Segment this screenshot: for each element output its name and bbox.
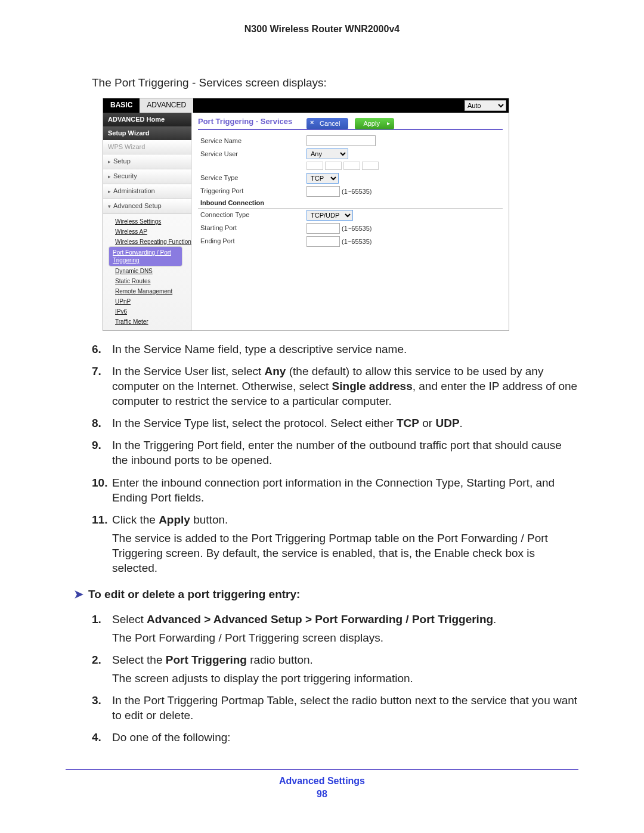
sidebar-wps-wizard[interactable]: WPS Wizard: [103, 140, 191, 154]
sub-wireless-repeating[interactable]: Wireless Repeating Function: [115, 237, 191, 247]
steps-second: 1. Select Advanced > Advanced Setup > Po…: [66, 612, 578, 745]
step2-1-followup: The Port Forwarding / Port Triggering sc…: [92, 630, 578, 645]
sub-upnp[interactable]: UPnP: [115, 296, 191, 306]
step2-4: 4.Do one of the following:: [92, 730, 578, 745]
topbar: BASIC ADVANCED Auto: [103, 98, 509, 113]
select-service-user[interactable]: Any: [306, 148, 348, 159]
task-heading-edit-delete: ➤To edit or delete a port triggering ent…: [74, 587, 578, 601]
label-service-type: Service Type: [198, 172, 304, 185]
sidebar: ADVANCED Home Setup Wizard WPS Wizard Se…: [103, 113, 192, 330]
step-8: 8. In the Service Type list, select the …: [92, 416, 578, 431]
intro-text: The Port Triggering - Services screen di…: [92, 76, 578, 89]
label-connection-type: Connection Type: [198, 208, 304, 222]
apply-button[interactable]: Apply: [355, 118, 394, 129]
input-triggering-port[interactable]: [306, 186, 340, 197]
step-11: 11. Click the Apply button.: [92, 512, 578, 527]
sub-remote-management[interactable]: Remote Management: [115, 286, 191, 296]
select-service-type[interactable]: TCP: [306, 173, 339, 184]
sub-wireless-ap[interactable]: Wireless AP: [115, 227, 191, 237]
label-ending-port: Ending Port: [198, 235, 304, 248]
auto-dropdown[interactable]: Auto: [465, 100, 506, 111]
form-table: Service Name Service User Any: [198, 134, 503, 248]
tab-basic[interactable]: BASIC: [103, 98, 140, 113]
router-ui-screenshot: BASIC ADVANCED Auto ADVANCED Home Setup …: [103, 98, 509, 331]
sub-static-routes[interactable]: Static Routes: [115, 276, 191, 286]
ip-oct-1[interactable]: [306, 162, 323, 170]
sidebar-advanced-home[interactable]: ADVANCED Home: [103, 113, 191, 126]
ip-address-fields: [304, 160, 503, 172]
footer-section: Advanced Settings: [66, 776, 578, 786]
label-starting-port: Starting Port: [198, 222, 304, 235]
sidebar-security[interactable]: Security: [103, 169, 191, 184]
footer-page-number: 98: [66, 789, 578, 800]
step2-1: 1. Select Advanced > Advanced Setup > Po…: [92, 612, 578, 627]
step-10: 10.Enter the inbound connection port inf…: [92, 475, 578, 505]
sidebar-advanced-setup[interactable]: Advanced Setup: [103, 199, 191, 214]
cancel-button[interactable]: Cancel: [306, 118, 348, 129]
ip-oct-2[interactable]: [325, 162, 342, 170]
step-9: 9.In the Triggering Port field, enter th…: [92, 438, 578, 467]
step-11-followup: The service is added to the Port Trigger…: [92, 531, 578, 575]
input-starting-port[interactable]: [306, 223, 340, 234]
step2-2: 2. Select the Port Triggering radio butt…: [92, 652, 578, 667]
footer-rule: [66, 769, 578, 770]
hint-range-3: (1~65535): [342, 238, 371, 245]
step2-3: 3.In the Port Triggering Portmap Table, …: [92, 693, 578, 723]
sub-wireless-settings[interactable]: Wireless Settings: [115, 216, 191, 227]
hint-range-2: (1~65535): [342, 225, 371, 232]
steps-first: 6.In the Service Name field, type a desc…: [66, 342, 578, 575]
sidebar-submenu: Wireless Settings Wireless AP Wireless R…: [103, 214, 191, 330]
step-7: 7. In the Service User list, select Any …: [92, 364, 578, 408]
step-6: 6.In the Service Name field, type a desc…: [92, 342, 578, 357]
heading-inbound: Inbound Connection: [198, 198, 503, 209]
sub-ipv6[interactable]: IPv6: [115, 306, 191, 317]
label-triggering-port: Triggering Port: [198, 185, 304, 198]
proc-arrow-icon: ➤: [74, 588, 83, 600]
sidebar-setup[interactable]: Setup: [103, 154, 191, 169]
sub-traffic-meter[interactable]: Traffic Meter: [115, 317, 191, 327]
content-panel: Port Triggering - Services Cancel Apply …: [192, 113, 509, 330]
doc-title: N300 Wireless Router WNR2000v4: [66, 24, 578, 35]
sub-dynamic-dns[interactable]: Dynamic DNS: [115, 266, 191, 276]
input-service-name[interactable]: [306, 135, 376, 146]
label-service-user: Service User: [198, 147, 304, 160]
select-connection-type[interactable]: TCP/UDP: [306, 210, 353, 221]
ip-oct-4[interactable]: [362, 162, 379, 170]
hint-range-1: (1~65535): [342, 188, 371, 195]
label-service-name: Service Name: [198, 134, 304, 147]
sidebar-setup-wizard[interactable]: Setup Wizard: [103, 126, 191, 140]
ip-oct-3[interactable]: [343, 162, 360, 170]
sidebar-administration[interactable]: Administration: [103, 184, 191, 199]
step2-2-followup: The screen adjusts to display the port t…: [92, 671, 578, 686]
tab-advanced[interactable]: ADVANCED: [140, 98, 193, 113]
page-footer: Advanced Settings 98: [66, 776, 578, 800]
sub-port-forwarding[interactable]: Port Forwarding / Port Triggering: [109, 247, 182, 266]
input-ending-port[interactable]: [306, 236, 340, 247]
